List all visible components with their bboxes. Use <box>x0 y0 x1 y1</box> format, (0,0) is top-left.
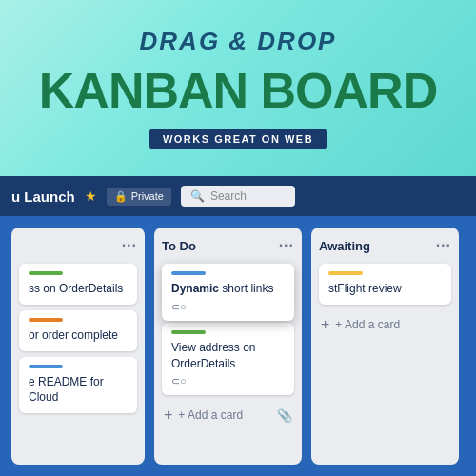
card-text-view-address: View address on OrderDetails <box>171 340 285 372</box>
column-menu-awaiting[interactable]: ··· <box>436 237 451 254</box>
card-label-green-2 <box>171 330 206 334</box>
lock-icon: 🔒 <box>114 190 128 203</box>
private-label: Private <box>131 190 164 202</box>
card-text-order-complete: or order complete <box>29 327 128 344</box>
search-icon: 🔍 <box>190 189 205 203</box>
add-card-label: + Add a card <box>178 408 243 422</box>
card-view-address[interactable]: View address on OrderDetails ⊂○ <box>162 323 294 396</box>
add-card-todo[interactable]: + + Add a card 📎 <box>162 403 294 427</box>
search-placeholder: Search <box>210 189 247 203</box>
column-menu-left[interactable]: ··· <box>122 237 137 254</box>
column-header-todo: To Do ··· <box>162 235 294 258</box>
card-order-complete[interactable]: or order complete <box>19 310 137 351</box>
card-readme-cloud[interactable]: e README for Cloud <box>19 357 137 414</box>
add-card-awaiting-label: + Add a card <box>335 318 400 331</box>
column-title-todo: To Do <box>162 239 196 253</box>
column-menu-todo[interactable]: ··· <box>279 237 294 254</box>
column-header-awaiting: Awaiting ··· <box>319 235 451 258</box>
card-link-icon: ⊂○ <box>171 301 285 313</box>
hero-drag-drop-text: DRAG & DROP <box>140 27 337 56</box>
card-firstflight[interactable]: stFlight review <box>319 264 451 305</box>
toolbar-title: u Launch <box>11 188 75 205</box>
card-text-dynamic: Dynamic short links <box>171 281 285 297</box>
hero-kanban-title: KANBAN BOARD <box>39 66 437 115</box>
card-text-readme: e README for Cloud <box>29 374 128 407</box>
card-label-orange <box>29 318 63 322</box>
star-icon[interactable]: ★ <box>85 188 97 204</box>
kanban-board: ··· ss on OrderDetails or order complete… <box>0 216 476 476</box>
card-order-details[interactable]: ss on OrderDetails <box>19 264 137 305</box>
card-text-firstflight: stFlight review <box>328 281 442 297</box>
card-label-blue-2 <box>171 271 206 275</box>
toolbar: u Launch ★ 🔒 Private 🔍 Search <box>0 176 476 216</box>
card-dynamic-links[interactable]: Dynamic short links ⊂○ <box>162 264 294 321</box>
add-icon-awaiting: + <box>321 316 329 333</box>
card-label-blue <box>29 365 63 368</box>
hero-badge: WORKS GREAT ON WEB <box>149 129 327 149</box>
column-awaiting: Awaiting ··· stFlight review + + Add a c… <box>311 228 459 465</box>
search-box[interactable]: 🔍 Search <box>181 186 295 207</box>
card-text-bold: Dynamic <box>171 282 219 295</box>
card-text-short-links: short links <box>219 282 273 295</box>
private-badge[interactable]: 🔒 Private <box>107 188 171 206</box>
add-icon: + <box>164 407 172 424</box>
column-left: ··· ss on OrderDetails or order complete… <box>11 228 145 465</box>
attachment-icon: 📎 <box>277 408 292 423</box>
column-header-left: ··· <box>19 235 137 258</box>
card-label-yellow <box>328 271 363 275</box>
card-text-order-details: ss on OrderDetails <box>29 281 128 297</box>
card-link-icon-2: ⊂○ <box>171 375 285 387</box>
hero-section: DRAG & DROP KANBAN BOARD WORKS GREAT ON … <box>0 0 476 176</box>
add-card-awaiting[interactable]: + + Add a card <box>319 312 451 337</box>
column-title-awaiting: Awaiting <box>319 239 370 253</box>
card-label-green <box>29 271 63 275</box>
column-todo: To Do ··· Dynamic short links ⊂○ View ad… <box>154 228 302 465</box>
